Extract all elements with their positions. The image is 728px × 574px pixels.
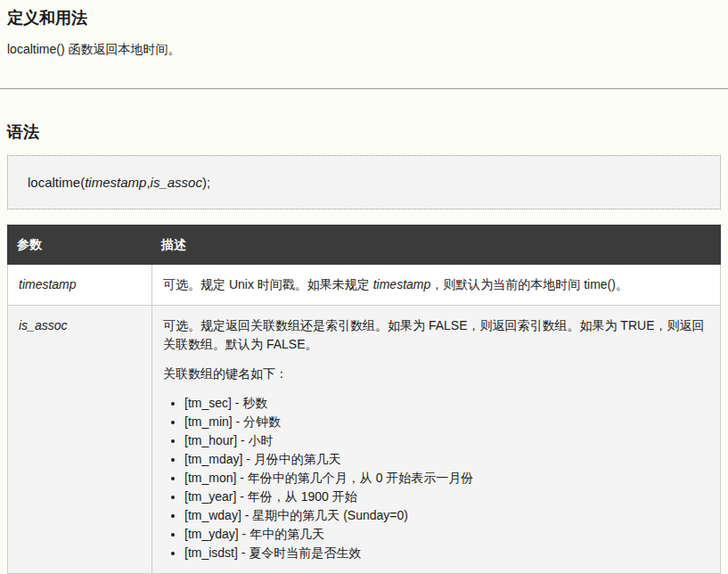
assoc-key-item: [tm_hour] - 小时 [184,431,709,450]
assoc-key-item: [tm_isdst] - 夏令时当前是否生效 [184,544,709,562]
timestamp-desc-before: 可选。规定 Unix 时间戳。如果未规定 [163,277,373,291]
parameters-table-head: 参数 描述 [8,226,721,265]
syntax-param-is-assoc: is_assoc [151,175,202,190]
timestamp-desc-param: timestamp [373,277,431,291]
assoc-key-item: [tm_min] - 分钟数 [184,413,709,431]
definition-heading: 定义和用法 [7,0,721,29]
assoc-key-item: [tm_yday] - 年中的第几天 [184,525,709,544]
assoc-key-item: [tm_mday] - 月份中的第几天 [184,450,709,469]
param-name-timestamp: timestamp [8,265,152,306]
syntax-code-prefix: localtime( [28,175,85,190]
assoc-key-item: [tm_year] - 年份，从 1900 开始 [184,488,709,506]
table-row-timestamp: timestamp 可选。规定 Unix 时间戳。如果未规定 timestamp… [8,265,721,306]
param-desc-is-assoc: 可选。规定返回关联数组还是索引数组。如果为 FALSE，则返回索引数组。如果为 … [152,306,721,574]
assoc-keys-list: [tm_sec] - 秒数[tm_min] - 分钟数[tm_hour] - 小… [163,394,709,562]
timestamp-description: 可选。规定 Unix 时间戳。如果未规定 timestamp，则默认为当前的本地… [163,275,709,294]
param-desc-timestamp: 可选。规定 Unix 时间戳。如果未规定 timestamp，则默认为当前的本地… [152,265,721,306]
parameters-table-body: timestamp 可选。规定 Unix 时间戳。如果未规定 timestamp… [8,265,721,574]
syntax-param-timestamp: timestamp [85,175,146,190]
syntax-code-suffix: ); [202,175,210,190]
doc-content: 定义和用法 localtime() 函数返回本地时间。 语法 localtime… [0,0,728,574]
assoc-key-item: [tm_mon] - 年份中的第几个月，从 0 开始表示一月份 [184,469,709,488]
header-cell-description: 描述 [152,226,721,265]
header-cell-parameter: 参数 [8,226,152,265]
assoc-key-item: [tm_wday] - 星期中的第几天 (Sunday=0) [184,506,709,525]
table-header-row: 参数 描述 [8,226,721,265]
syntax-heading: 语法 [7,89,721,143]
doc-page: 定义和用法 localtime() 函数返回本地时间。 语法 localtime… [0,0,728,574]
definition-description: localtime() 函数返回本地时间。 [7,42,721,57]
syntax-code-box: localtime(timestamp,is_assoc); [7,155,721,209]
is-assoc-description-line1: 可选。规定返回关联数组还是索引数组。如果为 FALSE，则返回索引数组。如果为 … [163,316,709,354]
parameters-table: 参数 描述 timestamp 可选。规定 Unix 时间戳。如果未规定 tim… [7,225,721,574]
param-name-is-assoc: is_assoc [8,306,152,574]
timestamp-desc-after: ，则默认为当前的本地时间 time()。 [430,277,628,291]
is-assoc-description-line2: 关联数组的键名如下： [163,365,709,383]
assoc-key-item: [tm_sec] - 秒数 [184,394,709,413]
table-row-is-assoc: is_assoc 可选。规定返回关联数组还是索引数组。如果为 FALSE，则返回… [8,306,721,574]
